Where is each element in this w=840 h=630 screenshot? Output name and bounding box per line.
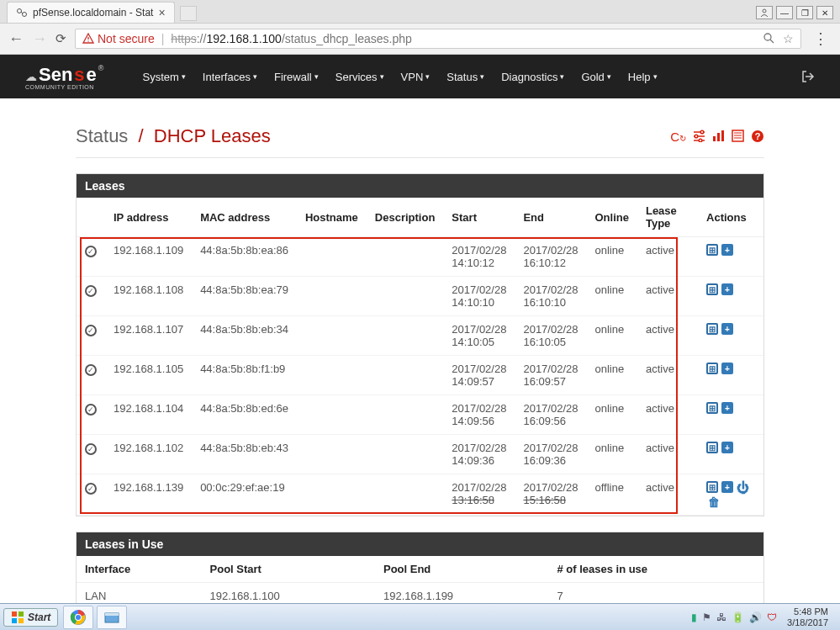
cell-desc (367, 474, 444, 516)
browser-chrome: pfSense.localdomain - Stat × — ❐ ✕ ← → ⟳… (0, 0, 840, 55)
delete-icon[interactable]: 🗑 (708, 496, 720, 508)
cell-start: 2017/02/2814:09:57 (443, 356, 515, 395)
row-toggle-icon[interactable]: ✓ (85, 483, 97, 495)
cell-end: 2017/02/2816:09:57 (515, 356, 586, 395)
svg-rect-26 (12, 611, 17, 617)
address-bar: ← → ⟳ Not secure | https://192.168.1.100… (0, 24, 840, 54)
nav-vpn[interactable]: VPN▾ (394, 66, 437, 88)
taskbar-clock[interactable]: 5:48 PM 3/18/2017 (782, 606, 833, 627)
nav-services[interactable]: Services▾ (329, 66, 391, 88)
taskbar-explorer-icon[interactable] (97, 606, 127, 629)
row-toggle-icon[interactable]: ✓ (85, 364, 97, 376)
nav-firewall[interactable]: Firewall▾ (267, 66, 325, 88)
row-toggle-icon[interactable]: ✓ (85, 325, 97, 336)
row-toggle-icon[interactable]: ✓ (85, 285, 97, 297)
svg-point-6 (764, 34, 771, 40)
cell-ip: 192.168.1.105 (105, 356, 192, 395)
not-secure-badge[interactable]: Not secure (82, 32, 155, 45)
cell-actions: ⊞+ (698, 356, 763, 395)
add-wol-icon[interactable]: + (721, 481, 733, 493)
lease-row: ✓192.168.1.10844:8a:5b:8b:ea:792017/02/2… (77, 277, 763, 316)
pfsense-navbar: ☁ Sense® COMMUNITY EDITION System▾Interf… (0, 55, 840, 98)
cell-online: online (587, 316, 637, 356)
lease-row: ✓192.168.1.10544:8a:5b:8b:f1:b92017/02/2… (77, 356, 763, 395)
tray-sound-icon[interactable]: 🔊 (749, 611, 762, 623)
svg-rect-29 (18, 618, 24, 623)
tray-network-icon[interactable]: 🖧 (716, 611, 726, 623)
add-wol-icon[interactable]: + (721, 363, 733, 374)
minimize-icon[interactable]: — (776, 6, 793, 19)
add-mapping-icon[interactable]: ⊞ (706, 283, 718, 295)
add-wol-icon[interactable]: + (721, 442, 733, 453)
nav-menu: System▾Interfaces▾Firewall▾Services▾VPN▾… (136, 66, 664, 88)
tray-shield-icon[interactable]: 🛡 (767, 611, 777, 623)
add-wol-icon[interactable]: + (721, 283, 733, 295)
nav-system[interactable]: System▾ (136, 66, 193, 88)
log-icon[interactable] (732, 130, 744, 144)
row-toggle-icon[interactable]: ✓ (85, 443, 97, 455)
url-input[interactable]: Not secure | https://192.168.1.100/statu… (75, 29, 801, 49)
tray-monitor-icon[interactable]: ▮ (691, 611, 697, 623)
tab-close-icon[interactable]: × (158, 6, 165, 19)
svg-line-2 (21, 12, 23, 13)
svg-point-13 (699, 139, 702, 142)
browser-tab[interactable]: pfSense.localdomain - Stat × (7, 2, 175, 23)
add-mapping-icon[interactable]: ⊞ (706, 323, 718, 335)
breadcrumb-page[interactable]: DHCP Leases (154, 125, 271, 146)
add-mapping-icon[interactable]: ⊞ (706, 481, 718, 493)
col-header: Online (587, 198, 637, 237)
wol-icon[interactable]: ⏻ (737, 481, 748, 493)
logout-icon[interactable] (801, 70, 815, 83)
nav-diagnostics[interactable]: Diagnostics▾ (494, 66, 571, 88)
forward-icon[interactable]: → (32, 30, 47, 48)
add-wol-icon[interactable]: + (721, 244, 733, 256)
zoom-icon[interactable] (763, 32, 774, 45)
add-wol-icon[interactable]: + (721, 323, 733, 335)
row-toggle-icon[interactable]: ✓ (85, 404, 97, 416)
cell-ip: 192.168.1.139 (105, 474, 192, 516)
tray-flag-icon[interactable]: ⚑ (702, 611, 711, 623)
svg-point-1 (23, 13, 27, 17)
nav-gold[interactable]: Gold▾ (574, 66, 617, 88)
settings-sliders-icon[interactable] (693, 130, 705, 144)
add-wol-icon[interactable]: + (721, 402, 733, 414)
cell-desc (367, 316, 444, 356)
breadcrumb-root[interactable]: Status (76, 125, 128, 146)
cell-mac: 44:8a:5b:8b:f1:b9 (192, 356, 297, 395)
taskbar: Start ▮ ⚑ 🖧 🔋 🔊 🛡 5:48 PM 3/18/2017 (0, 603, 840, 630)
reload-icon[interactable]: ⟳ (55, 31, 66, 46)
nav-interfaces[interactable]: Interfaces▾ (196, 66, 264, 88)
cell-ip: 192.168.1.107 (105, 316, 192, 356)
nav-help[interactable]: Help▾ (621, 66, 664, 88)
pfsense-logo[interactable]: ☁ Sense® COMMUNITY EDITION (25, 64, 119, 90)
start-button[interactable]: Start (3, 608, 58, 627)
add-mapping-icon[interactable]: ⊞ (706, 363, 718, 374)
taskbar-chrome-icon[interactable] (63, 606, 93, 629)
cell-host (297, 474, 367, 516)
bookmark-star-icon[interactable]: ☆ (783, 32, 794, 45)
row-toggle-icon[interactable]: ✓ (85, 246, 97, 257)
col-header: Start (443, 198, 515, 237)
cell-mac: 44:8a:5b:8b:ea:86 (192, 237, 297, 277)
add-mapping-icon[interactable]: ⊞ (706, 442, 718, 453)
nav-status[interactable]: Status▾ (440, 66, 491, 88)
cell-ip: 192.168.1.108 (105, 277, 192, 316)
chart-icon[interactable] (712, 130, 725, 144)
new-tab-button[interactable] (180, 6, 197, 21)
chrome-menu-icon[interactable]: ⋮ (810, 29, 832, 48)
cell-start: 2017/02/2814:10:10 (443, 277, 515, 316)
add-mapping-icon[interactable]: ⊞ (706, 402, 718, 414)
refresh-icon[interactable]: C↻ (670, 130, 686, 144)
add-mapping-icon[interactable]: ⊞ (706, 244, 718, 256)
cell-start: 2017/02/2814:10:12 (443, 237, 515, 277)
tray-battery-icon[interactable]: 🔋 (732, 611, 744, 623)
leases-panel: Leases IP addressMAC addressHostnameDesc… (76, 173, 764, 516)
cell-actions: ⊞+ (698, 435, 763, 474)
user-icon[interactable] (756, 6, 773, 19)
help-icon[interactable]: ? (751, 130, 764, 144)
inuse-table: InterfacePool StartPool End# of leases i… (77, 556, 763, 610)
close-window-icon[interactable]: ✕ (816, 6, 833, 19)
back-icon[interactable]: ← (8, 30, 24, 48)
maximize-icon[interactable]: ❐ (796, 6, 813, 19)
cell-ip: 192.168.1.104 (105, 395, 192, 435)
